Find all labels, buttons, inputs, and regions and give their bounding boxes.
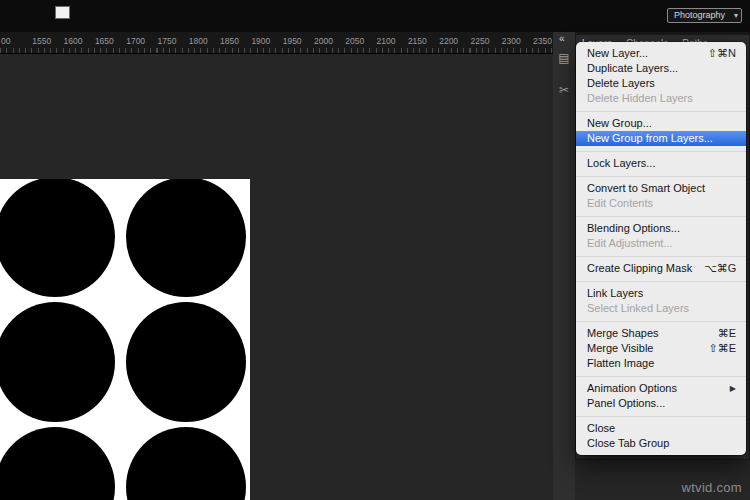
- black-circle-shape: [126, 179, 246, 297]
- ruler-label-1750: 1750: [158, 36, 177, 46]
- workspace-switcher[interactable]: Photography ▾: [667, 8, 742, 23]
- ruler-label-1850: 1850: [220, 36, 239, 46]
- ruler-label-2200: 2200: [439, 36, 458, 46]
- menu-item-new-group-from-layers[interactable]: New Group from Layers...: [576, 131, 746, 146]
- menu-separator: [576, 281, 746, 282]
- ruler-label-2000: 2000: [314, 36, 333, 46]
- menu-item-label: Close Tab Group: [587, 436, 669, 451]
- menu-item-animation-options[interactable]: Animation Options▶: [576, 381, 746, 396]
- menu-item-shortcut: ⌘E: [718, 326, 736, 341]
- ruler-label-1700: 1700: [126, 36, 145, 46]
- menu-item-close[interactable]: Close: [576, 421, 746, 436]
- black-circle-shape: [0, 427, 115, 500]
- menu-item-label: Delete Hidden Layers: [587, 91, 693, 106]
- menu-separator: [576, 321, 746, 322]
- menu-item-flatten-image[interactable]: Flatten Image: [576, 356, 746, 371]
- ruler-label-1600: 1600: [64, 36, 83, 46]
- menu-item-shortcut: ⇧⌘E: [708, 341, 736, 356]
- menu-item-label: New Group...: [587, 116, 652, 131]
- menu-item-label: Edit Adjustment...: [587, 236, 673, 251]
- menu-item-label: New Layer...: [587, 46, 648, 61]
- menu-item-merge-visible[interactable]: Merge Visible⇧⌘E: [576, 341, 746, 356]
- workspace-label: Photography: [674, 10, 725, 20]
- menu-item-label: Panel Options...: [587, 396, 665, 411]
- black-circle-shape: [126, 302, 246, 422]
- menu-item-delete-layers[interactable]: Delete Layers: [576, 76, 746, 91]
- scissors-icon[interactable]: ✂: [553, 78, 575, 102]
- ruler-label-1950: 1950: [283, 36, 302, 46]
- menu-item-duplicate-layers[interactable]: Duplicate Layers...: [576, 61, 746, 76]
- menu-item-label: Select Linked Layers: [587, 301, 689, 316]
- menu-item-select-linked-layers: Select Linked Layers: [576, 301, 746, 316]
- ruler-label-2050: 2050: [345, 36, 364, 46]
- ruler-label-2300: 2300: [502, 36, 521, 46]
- ruler-label-1550: 1550: [32, 36, 51, 46]
- menu-item-label: Duplicate Layers...: [587, 61, 678, 76]
- menu-item-lock-layers[interactable]: Lock Layers...: [576, 156, 746, 171]
- application-top-bar: Photography ▾: [0, 0, 750, 32]
- black-circle-shape: [0, 302, 115, 422]
- menu-separator: [576, 111, 746, 112]
- menu-item-panel-options[interactable]: Panel Options...: [576, 396, 746, 411]
- menu-separator: [576, 256, 746, 257]
- menu-item-shortcut: ⌥⌘G: [704, 261, 736, 276]
- ruler-label-2350: 2350: [533, 36, 552, 46]
- document-canvas[interactable]: [0, 179, 250, 500]
- menu-item-label: Merge Visible: [587, 341, 653, 356]
- menu-separator: [576, 176, 746, 177]
- menu-item-link-layers[interactable]: Link Layers: [576, 286, 746, 301]
- ruler-label-1650: 1650: [95, 36, 114, 46]
- menu-separator: [576, 216, 746, 217]
- collapse-panels-icon[interactable]: «: [559, 33, 565, 44]
- menu-item-shortcut: ⇧⌘N: [708, 46, 736, 61]
- ruler-label-2100: 2100: [377, 36, 396, 46]
- menu-item-label: Create Clipping Mask: [587, 261, 692, 276]
- layers-panel-flyout-menu: New Layer...⇧⌘NDuplicate Layers...Delete…: [576, 42, 746, 455]
- black-circle-shape: [0, 179, 115, 297]
- menu-item-blending-options[interactable]: Blending Options...: [576, 221, 746, 236]
- menu-item-label: Merge Shapes: [587, 326, 659, 341]
- ruler-label-00: 00: [1, 36, 10, 46]
- menu-item-close-tab-group[interactable]: Close Tab Group: [576, 436, 746, 451]
- ruler-label-1900: 1900: [251, 36, 270, 46]
- chevron-down-icon: ▾: [734, 9, 738, 22]
- menu-item-delete-hidden-layers: Delete Hidden Layers: [576, 91, 746, 106]
- menu-item-label: Link Layers: [587, 286, 643, 301]
- menu-item-label: Lock Layers...: [587, 156, 655, 171]
- menu-item-merge-shapes[interactable]: Merge Shapes⌘E: [576, 326, 746, 341]
- menu-item-label: Close: [587, 421, 615, 436]
- menu-item-label: Convert to Smart Object: [587, 181, 705, 196]
- menu-separator: [576, 416, 746, 417]
- menu-item-convert-to-smart-object[interactable]: Convert to Smart Object: [576, 181, 746, 196]
- panel-dock-strip: « ▤✂: [553, 32, 575, 500]
- ruler-label-2150: 2150: [408, 36, 427, 46]
- ruler-label-2250: 2250: [471, 36, 490, 46]
- black-circle-shape: [126, 427, 246, 500]
- menu-separator: [576, 376, 746, 377]
- menu-item-new-layer[interactable]: New Layer...⇧⌘N: [576, 46, 746, 61]
- submenu-arrow-icon: ▶: [730, 381, 736, 396]
- menu-separator: [576, 151, 746, 152]
- menu-item-edit-contents: Edit Contents: [576, 196, 746, 211]
- menu-item-create-clipping-mask[interactable]: Create Clipping Mask⌥⌘G: [576, 261, 746, 276]
- tool-preset-swatch: [55, 6, 70, 19]
- menu-item-new-group[interactable]: New Group...: [576, 116, 746, 131]
- menu-item-label: Animation Options: [587, 381, 677, 396]
- menu-item-label: Delete Layers: [587, 76, 655, 91]
- menu-item-label: Flatten Image: [587, 356, 654, 371]
- menu-item-label: Blending Options...: [587, 221, 680, 236]
- layers-panel-icon[interactable]: ▤: [553, 46, 575, 70]
- menu-item-edit-adjustment: Edit Adjustment...: [576, 236, 746, 251]
- menu-item-label: Edit Contents: [587, 196, 653, 211]
- menu-item-label: New Group from Layers...: [587, 131, 713, 146]
- watermark-text: wtvid.com: [682, 480, 743, 495]
- ruler-label-1800: 1800: [189, 36, 208, 46]
